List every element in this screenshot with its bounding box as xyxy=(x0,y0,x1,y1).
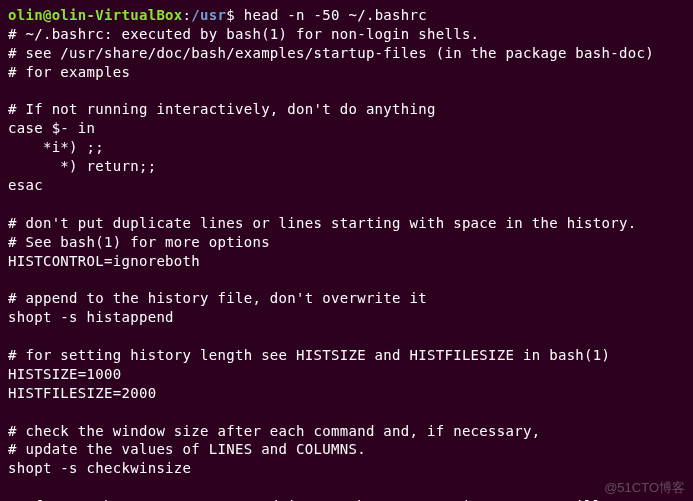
prompt-dollar: $ xyxy=(226,7,235,23)
watermark-text: @51CTO博客 xyxy=(604,479,685,497)
output-line: shopt -s checkwinsize xyxy=(8,460,191,476)
output-line: HISTFILESIZE=2000 xyxy=(8,385,156,401)
output-line: # for setting history length see HISTSIZ… xyxy=(8,347,610,363)
prompt-path: /usr xyxy=(191,7,226,23)
output-line: # update the values of LINES and COLUMNS… xyxy=(8,441,366,457)
output-line: esac xyxy=(8,177,43,193)
terminal-area[interactable]: olin@olin-VirtualBox:/usr$ head -n -50 ~… xyxy=(8,6,685,501)
output-line: # see /usr/share/doc/bash/examples/start… xyxy=(8,45,654,61)
output-line: # ~/.bashrc: executed by bash(1) for non… xyxy=(8,26,479,42)
command-text: head -n -50 ~/.bashrc xyxy=(244,7,427,23)
output-line: # check the window size after each comma… xyxy=(8,423,540,439)
output-line: # See bash(1) for more options xyxy=(8,234,270,250)
output-line: shopt -s histappend xyxy=(8,309,174,325)
output-line: *i*) ;; xyxy=(8,139,104,155)
output-line: HISTSIZE=1000 xyxy=(8,366,121,382)
output-line: case $- in xyxy=(8,120,95,136)
output-line: # append to the history file, don't over… xyxy=(8,290,427,306)
output-line: # If not running interactively, don't do… xyxy=(8,101,436,117)
output-line: *) return;; xyxy=(8,158,156,174)
prompt-separator: : xyxy=(183,7,192,23)
output-line: # don't put duplicate lines or lines sta… xyxy=(8,215,636,231)
output-line: # for examples xyxy=(8,64,130,80)
prompt-user-host: olin@olin-VirtualBox xyxy=(8,7,183,23)
output-line: HISTCONTROL=ignoreboth xyxy=(8,253,200,269)
